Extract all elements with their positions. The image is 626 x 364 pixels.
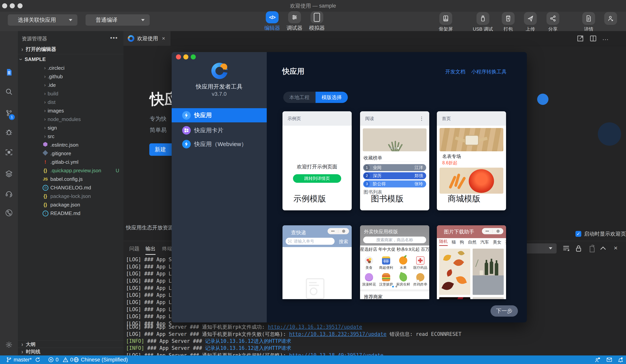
open-changes-icon[interactable] (576, 34, 584, 42)
tab-welcome[interactable]: 欢迎使用 × (123, 31, 170, 46)
sync-button[interactable] (35, 356, 41, 364)
menu-item-quickapp[interactable]: 快应用 (172, 108, 267, 122)
tree-folder-sign[interactable]: ›sign (18, 124, 123, 132)
chevron-right-icon: › (21, 45, 23, 53)
explorer-icon[interactable] (5, 68, 13, 76)
lock-icon[interactable] (574, 244, 583, 253)
show-welcome-checkbox-row[interactable]: ✓ 启动时显示欢迎页 (576, 230, 626, 237)
log-line: [LOG] ### App L (126, 306, 172, 312)
feedback-button[interactable] (594, 356, 601, 364)
git-branch-item[interactable]: master* (6, 356, 32, 364)
globe-icon (73, 357, 79, 363)
log-line: [LOG] ### App Server ### 通知手机更新rpk文件失败(可… (126, 331, 462, 338)
outline-section[interactable]: › 大纲 (18, 340, 127, 348)
log-line: [LOG] ### App L (126, 285, 172, 291)
dialog-zoom-button[interactable] (191, 54, 196, 60)
layers-icon[interactable] (5, 170, 13, 177)
settings-gear-icon[interactable] (5, 341, 13, 349)
select-quickapp-dropdown[interactable]: 选择关联快应用 (8, 14, 77, 26)
template-card-express[interactable]: 查快递 •••⊗ 请输入单号 搜索 (282, 225, 352, 299)
menu-item-quickapp-card[interactable]: 快应用卡片 (172, 125, 267, 135)
menu-item-quickapp-webview[interactable]: 快应用（Webview） (172, 139, 267, 149)
takeout-header: 外卖快应用模版 搜索商家，商品名称 (360, 225, 429, 245)
template-card-sample[interactable]: 示例页 欢迎打开示例页面 跳转到详情页 示例模版 (282, 111, 352, 210)
chevron-down-icon (69, 19, 72, 23)
log-link[interactable]: http://10.13.16.12:39517/update (268, 324, 362, 330)
template-card-takeout[interactable]: 外卖快应用模版 搜索商家，商品名称 星选好店 年中大促 秒杀9.9元起 百万豪礼… (360, 225, 429, 299)
tree-folder-build[interactable]: ›build (18, 89, 123, 98)
usb-debug-button[interactable]: USB 调试 (468, 12, 498, 32)
dialog-minimize-button[interactable] (183, 54, 188, 60)
tab-local-project[interactable]: 本地工程 (283, 92, 315, 103)
tree-folder-github[interactable]: ›.github (18, 72, 123, 81)
tree-file-package-lock[interactable]: {}package-lock.json (18, 192, 123, 200)
timeline-section[interactable]: › 时间线 (18, 348, 127, 355)
language-mode-item[interactable]: Chinese (Simplified) (73, 356, 128, 364)
split-editor-icon[interactable] (589, 34, 597, 42)
lightning-icon (182, 140, 191, 148)
maximize-panel-icon[interactable] (599, 244, 607, 253)
chevron-right-icon: › (21, 340, 23, 348)
dev-docs-link[interactable]: 开发文档 (445, 68, 466, 75)
search-icon[interactable] (5, 88, 13, 96)
problems-summary[interactable]: 0 0 (48, 356, 73, 364)
card-grid-icon (182, 126, 191, 134)
close-panel-icon[interactable]: × (611, 244, 620, 253)
tree-folder-ide[interactable]: ›.ide (18, 81, 123, 89)
template-card-mall[interactable]: 首页 名表专场 8.6折起 商城模版 (437, 111, 506, 210)
dialog-close-button[interactable] (176, 54, 181, 60)
skeleton-screen-button[interactable]: 骨架屏 (431, 12, 460, 32)
support-headset-icon[interactable] (5, 190, 13, 198)
resources-line: 快应用生态开放资源： (126, 224, 178, 231)
chevron-right-icon: › (21, 348, 23, 355)
mode-debugger-button[interactable]: 调试器 (282, 11, 307, 32)
panel-tab-terminal[interactable]: 终端 (162, 245, 172, 252)
person-chat-icon (594, 357, 601, 363)
clear-output-icon[interactable] (562, 244, 570, 253)
open-editors-section[interactable]: › 打开的编辑器 (18, 45, 127, 54)
notifications-button[interactable] (618, 356, 624, 364)
tab-random[interactable]: 随机 (439, 238, 448, 246)
tree-file-readme[interactable]: iREADME.md (18, 209, 123, 218)
tree-file-gitlab-ci[interactable]: !.gitlab-ci.yml (18, 158, 123, 166)
checkbox-checked-icon[interactable]: ✓ (576, 231, 581, 237)
template-card-book[interactable]: 阅读⋮ 收藏榜单 1 业间 江洋 2 深历 (360, 111, 429, 210)
mail-button[interactable] (606, 356, 612, 364)
log-link[interactable]: http://10.13.18.232:39517/update (289, 331, 387, 337)
mode-simulator-button[interactable]: 模拟器 (304, 11, 330, 32)
tree-folder-circleci[interactable]: ›.circleci (18, 64, 123, 72)
person-check-icon (607, 15, 614, 22)
tree-folder-node-modules[interactable]: ›node_modules (18, 115, 123, 124)
template-card-images[interactable]: 图片下载助手 •••⊗ 随机 猫 狗 自然 汽车 美女 孩童 动漫 植物 (437, 225, 506, 299)
compile-mode-dropdown[interactable]: 普通编译 (85, 14, 150, 26)
share-button[interactable]: 分享 (538, 12, 567, 32)
tree-file-eslintrc[interactable]: .eslintrc.json (18, 141, 123, 149)
miniprogram-converter-link[interactable]: 小程序转换工具 (471, 68, 507, 75)
open-log-file-icon[interactable] (587, 244, 596, 253)
project-root-sample[interactable]: › SAMPLE (18, 55, 126, 64)
preview-frame-icon[interactable] (5, 148, 13, 156)
more-actions-icon[interactable]: ••• (110, 34, 118, 41)
tree-folder-src[interactable]: ›src (18, 132, 123, 141)
editor-more-actions-icon[interactable]: … (602, 34, 610, 42)
tree-file-changelog[interactable]: ◷CHANGELOG.md (18, 183, 123, 192)
tree-folder-images[interactable]: ›images (18, 106, 123, 115)
git-lens-icon[interactable] (5, 209, 13, 217)
tree-file-quickapp-preview[interactable]: {}.quickapp.preview.jsonU (18, 166, 123, 175)
mode-editor-button[interactable]: </> 编辑器 (260, 11, 285, 32)
quickapp-logo-icon (128, 35, 134, 42)
json-icon: {} (42, 202, 48, 207)
account-button[interactable] (596, 12, 625, 32)
panel-tab-problems[interactable]: 问题 (129, 245, 139, 252)
tree-file-package-json[interactable]: {}package.json (18, 200, 123, 209)
close-icon[interactable]: × (162, 35, 165, 42)
debug-icon[interactable] (5, 128, 13, 136)
tree-folder-dist[interactable]: ›dist (18, 98, 123, 106)
panel-tab-output[interactable]: 输出 (145, 245, 156, 255)
decoration-dot-faint (598, 122, 621, 146)
tree-file-gitignore[interactable]: .gitignore (18, 149, 123, 158)
tab-template-select[interactable]: 模版选择 (315, 92, 348, 103)
tree-file-babel-config[interactable]: JSbabel.config.js (18, 175, 123, 183)
next-step-button[interactable]: 下一步 (491, 305, 518, 317)
burger-icon (382, 273, 390, 281)
